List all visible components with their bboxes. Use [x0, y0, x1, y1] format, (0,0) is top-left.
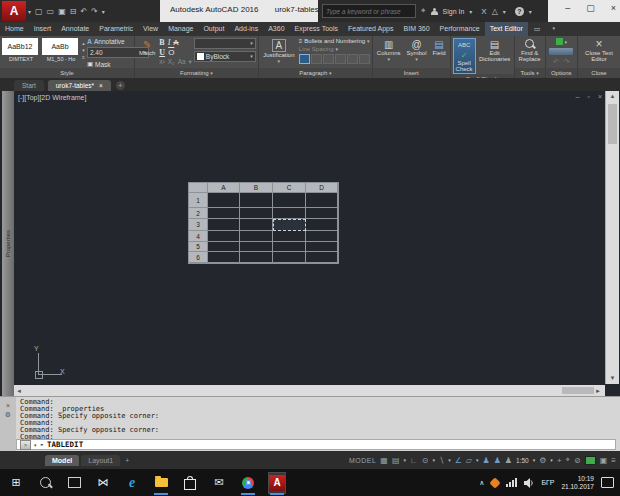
- tab-view[interactable]: View: [138, 22, 163, 36]
- table-cell[interactable]: [273, 242, 306, 252]
- find-replace-button[interactable]: Find & Replace: [517, 38, 543, 63]
- table-cell[interactable]: [208, 208, 240, 219]
- isodraft-icon[interactable]: ∖: [439, 456, 444, 465]
- subscript-button[interactable]: X₂: [168, 58, 175, 66]
- ortho-toggle-icon[interactable]: ∟: [410, 456, 418, 465]
- clean-screen-icon[interactable]: ▣: [600, 456, 608, 465]
- tray-app-icon[interactable]: [490, 477, 501, 488]
- align-distribute-button[interactable]: [347, 54, 358, 64]
- viewport-controls[interactable]: [-][Top][2D Wireframe]: [18, 94, 86, 101]
- application-menu-button[interactable]: A: [2, 1, 26, 21]
- ribbon-minimize-icon[interactable]: ▭: [528, 22, 547, 36]
- recent-commands-icon[interactable]: >: [20, 440, 31, 450]
- text-style-m1-50[interactable]: AaBb M1_50 - Ho: [42, 38, 80, 62]
- scroll-left-icon[interactable]: ◄: [14, 388, 24, 394]
- object-snap-icon[interactable]: ∠: [455, 456, 462, 465]
- model-tab[interactable]: Model: [45, 455, 79, 466]
- table-row-header-1[interactable]: 1: [189, 193, 208, 208]
- annotation-scale-caret-icon[interactable]: ▾: [533, 457, 536, 463]
- file-tab-close-icon[interactable]: ×: [99, 82, 103, 89]
- isodraft-caret-icon[interactable]: ▾: [448, 457, 451, 463]
- recent-commands-caret-icon[interactable]: ▾: [34, 442, 37, 448]
- file-tab-document[interactable]: urok7-tables* ×: [48, 80, 111, 91]
- spell-check-button[interactable]: ABC ✓ Spell Check: [453, 38, 476, 74]
- table-column-header-a[interactable]: A: [208, 183, 240, 193]
- editor-redo-icon[interactable]: ↷: [564, 58, 570, 66]
- table-cell-selected[interactable]: [273, 219, 306, 231]
- application-menu-caret-icon[interactable]: ▾: [28, 8, 31, 15]
- taskbar-app-bowtie[interactable]: ⋈: [95, 473, 111, 493]
- taskbar-edge[interactable]: e: [124, 473, 140, 493]
- maximize-window-button[interactable]: ▢: [586, 3, 595, 13]
- tab-featured-apps[interactable]: Featured Apps: [343, 22, 399, 36]
- underline-button[interactable]: U: [159, 48, 165, 57]
- tab-home[interactable]: Home: [0, 22, 29, 36]
- open-file-icon[interactable]: ▭: [47, 7, 55, 16]
- viewport-minimize-icon[interactable]: –: [576, 93, 580, 100]
- scroll-down-icon[interactable]: ▼: [606, 373, 619, 384]
- help-caret-icon[interactable]: ▾: [529, 8, 532, 15]
- plot-icon[interactable]: ⊟: [70, 7, 77, 16]
- taskbar-file-explorer[interactable]: [153, 473, 169, 493]
- table-cell[interactable]: [240, 193, 273, 208]
- vertical-scrollbar-thumb[interactable]: [608, 104, 617, 144]
- text-style-dimtext[interactable]: AaBb12 DIMTEXT: [2, 38, 40, 62]
- polar-tracking-icon[interactable]: ⊙: [422, 456, 429, 465]
- tab-add-ins[interactable]: Add-ins: [229, 22, 263, 36]
- table-cell[interactable]: [306, 219, 338, 231]
- help-icon[interactable]: ?: [515, 7, 524, 16]
- new-file-icon[interactable]: ▢: [35, 7, 43, 16]
- table-cell[interactable]: [273, 231, 306, 242]
- a360-icon[interactable]: △: [492, 7, 498, 16]
- symbol-button[interactable]: @ Symbol ▾: [405, 38, 429, 63]
- workspace-switching-icon[interactable]: ⚙: [539, 456, 546, 465]
- table-cell[interactable]: [208, 219, 240, 231]
- properties-palette-bar[interactable]: Properties: [2, 91, 14, 396]
- match-properties-button[interactable]: ✎ Match: [137, 38, 157, 57]
- table-cell[interactable]: [306, 231, 338, 242]
- snap-toggle-icon[interactable]: ▤: [392, 456, 400, 465]
- table-row-header-3[interactable]: 3: [189, 219, 208, 231]
- qat-customize-caret-icon[interactable]: ▾: [102, 8, 105, 15]
- field-button[interactable]: ▤ Field: [431, 38, 448, 57]
- style-gallery-up-icon[interactable]: ▴: [82, 40, 85, 46]
- taskbar-autocad[interactable]: A: [269, 473, 285, 493]
- tab-manage[interactable]: Manage: [163, 22, 198, 36]
- action-center-icon[interactable]: [601, 477, 614, 488]
- table-cell[interactable]: [208, 252, 240, 263]
- superscript-button[interactable]: x²: [159, 58, 164, 66]
- file-tab-start[interactable]: Start: [14, 80, 44, 91]
- annotation-scale-value[interactable]: 1:50: [516, 457, 529, 464]
- horizontal-scrollbar[interactable]: ◄ ►: [14, 385, 605, 396]
- panel-label-options[interactable]: Options: [546, 68, 577, 78]
- command-customize-icon[interactable]: ⚙: [5, 411, 11, 419]
- table-row-header-6[interactable]: 6: [189, 252, 208, 263]
- table-cell[interactable]: [240, 242, 273, 252]
- polar-caret-icon[interactable]: ▾: [433, 457, 436, 463]
- start-button[interactable]: ⊞: [8, 473, 24, 493]
- change-case-button[interactable]: Aa: [178, 58, 186, 66]
- vertical-scrollbar[interactable]: ▲ ▼: [605, 91, 619, 384]
- autodesk-exchange-icon[interactable]: X: [481, 7, 486, 16]
- tab-express-tools[interactable]: Express Tools: [290, 22, 343, 36]
- snap-caret-icon[interactable]: ▾: [403, 457, 406, 463]
- panel-label-style[interactable]: Style: [0, 68, 134, 78]
- table-column-header-d[interactable]: D: [306, 183, 338, 193]
- strikethrough-button[interactable]: A: [173, 38, 178, 47]
- more-options-caret-icon[interactable]: ▾: [565, 39, 568, 45]
- panel-label-paragraph[interactable]: Paragraph ▾: [259, 68, 372, 78]
- table-cell[interactable]: [208, 231, 240, 242]
- minimize-window-button[interactable]: –: [565, 3, 570, 13]
- overline-button[interactable]: O: [168, 48, 174, 57]
- bullets-numbering-button[interactable]: ≡ Bullets and Numbering ▾: [299, 38, 370, 44]
- sign-in-button[interactable]: Sign In: [443, 8, 465, 15]
- table-cell[interactable]: [208, 242, 240, 252]
- ribbon-minimize-caret-icon[interactable]: ▾: [546, 22, 561, 36]
- graphics-performance-icon[interactable]: [585, 456, 596, 465]
- tab-performance[interactable]: Performance: [435, 22, 485, 36]
- color-dropdown[interactable]: ByBlock ▾: [194, 51, 256, 62]
- edit-dictionaries-button[interactable]: ▤ Edit Dictionaries: [478, 38, 512, 63]
- taskbar-chrome[interactable]: [240, 473, 256, 493]
- tab-parametric[interactable]: Parametric: [94, 22, 138, 36]
- scroll-right-icon[interactable]: ►: [593, 388, 603, 394]
